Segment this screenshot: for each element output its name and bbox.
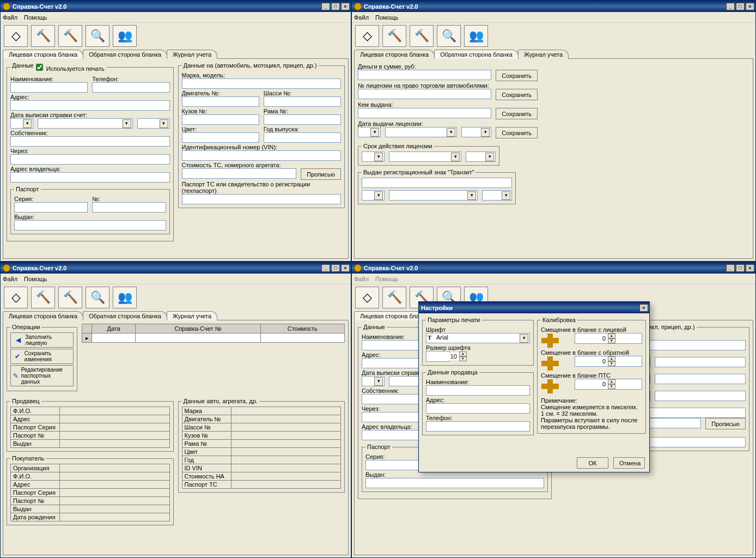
chassis-input[interactable] xyxy=(264,96,341,107)
tab-log[interactable]: Журнал учета xyxy=(167,50,217,59)
tool-users-icon[interactable]: 👥 xyxy=(113,287,137,308)
font-size-spinner[interactable]: ▴▾ xyxy=(426,351,450,362)
tab-back[interactable]: Обратная сторона бланка xyxy=(434,50,519,59)
date-year-combo[interactable] xyxy=(137,118,170,129)
tab-log[interactable]: Журнал учета xyxy=(167,311,217,320)
cost-input[interactable] xyxy=(182,168,297,179)
ldate-day-combo[interactable] xyxy=(358,127,381,137)
close-button[interactable]: × xyxy=(746,3,754,10)
op-edit-button[interactable]: ✎Редактирование паспортных данных xyxy=(10,365,74,386)
frame-license-validity: Срок действия лицензии xyxy=(358,143,499,166)
money-input[interactable] xyxy=(358,70,491,80)
save-ldate-button[interactable]: Сохранить xyxy=(496,127,538,138)
vin-input[interactable] xyxy=(182,150,342,161)
address-input[interactable] xyxy=(10,100,170,111)
tool-print-icon[interactable]: 🔨 xyxy=(382,25,406,47)
minimize-button[interactable]: _ xyxy=(321,3,330,10)
owner-input[interactable] xyxy=(10,136,170,147)
ok-button[interactable]: ОК xyxy=(577,457,608,469)
issued-by-input[interactable] xyxy=(358,108,491,118)
op-fill-button[interactable]: ◀Заполнить лицевую xyxy=(10,332,74,348)
tool-print-icon[interactable]: 🔨 xyxy=(31,25,55,47)
save-money-button[interactable]: Сохранить xyxy=(496,70,538,81)
frame-passport: Паспорт Серия: №: Выдан: xyxy=(10,186,170,234)
menu-help[interactable]: Помощь xyxy=(24,14,47,21)
minimize-button[interactable]: _ xyxy=(726,264,735,272)
cancel-button[interactable]: Отмена xyxy=(613,457,645,469)
val-month-combo[interactable] xyxy=(389,151,461,162)
tab-front[interactable]: Лицевая сторона бланка xyxy=(354,50,435,59)
mark-input[interactable] xyxy=(182,78,342,89)
tool-print2-icon[interactable]: 🔨 xyxy=(410,25,434,47)
tab-log[interactable]: Журнал учета xyxy=(518,50,569,59)
offset-back-spinner[interactable]: ▴▾ xyxy=(575,356,642,367)
engine-input[interactable] xyxy=(182,96,259,107)
tr-year-combo[interactable] xyxy=(482,190,512,201)
ldate-month-combo[interactable] xyxy=(385,127,457,137)
dialog-close-button[interactable]: × xyxy=(639,304,648,312)
tr-day-combo[interactable] xyxy=(362,190,385,201)
val-year-combo[interactable] xyxy=(466,151,496,162)
tool-users-icon[interactable]: 👥 xyxy=(464,25,488,47)
tr-month-combo[interactable] xyxy=(389,190,478,201)
tab-back[interactable]: Обратная сторона бланка xyxy=(83,50,167,59)
frame-input[interactable] xyxy=(264,114,341,125)
pts-input[interactable] xyxy=(182,194,342,204)
tool-new-icon[interactable]: ◇ xyxy=(4,287,28,308)
op-save-button[interactable]: ✔Сохранить изменения xyxy=(10,349,74,364)
passport-issued-input[interactable] xyxy=(14,220,166,231)
owner-address-input[interactable] xyxy=(10,172,170,183)
offset-pts-spinner[interactable]: ▴▾ xyxy=(575,379,642,390)
body-input[interactable] xyxy=(182,114,259,125)
tool-search-icon[interactable]: 🔍 xyxy=(86,25,109,47)
font-combo[interactable]: T Arial xyxy=(426,333,530,343)
through-input[interactable] xyxy=(10,154,170,165)
page-front: Данные Используется печать Наименование:… xyxy=(3,58,349,259)
ldate-year-combo[interactable] xyxy=(461,127,491,137)
toolbar: ◇ 🔨 🔨 🔍 👥 xyxy=(1,23,351,49)
license-no-input[interactable] xyxy=(358,89,491,99)
close-button[interactable]: × xyxy=(746,264,754,272)
close-button[interactable]: × xyxy=(341,3,350,10)
tool-new-icon[interactable]: ◇ xyxy=(4,25,28,47)
tab-front[interactable]: Лицевая сторона бланка xyxy=(3,50,83,59)
phone-input[interactable] xyxy=(92,82,169,93)
maximize-button[interactable]: □ xyxy=(331,3,340,10)
transit-input[interactable] xyxy=(362,178,512,188)
year-input[interactable] xyxy=(264,132,341,143)
minimize-button[interactable]: _ xyxy=(321,264,330,272)
tool-print2-icon[interactable]: 🔨 xyxy=(58,25,82,47)
tool-users-icon[interactable]: 👥 xyxy=(113,25,137,47)
date-month-combo[interactable] xyxy=(38,118,133,129)
passport-no-input[interactable] xyxy=(92,202,166,213)
tab-front[interactable]: Лицевая сторона бланка xyxy=(3,311,83,320)
tab-back[interactable]: Обратная сторона бланка xyxy=(83,311,167,320)
maximize-button[interactable]: □ xyxy=(736,3,745,10)
close-button[interactable]: × xyxy=(341,264,350,272)
menu-file[interactable]: Файл xyxy=(3,14,17,21)
maximize-button[interactable]: □ xyxy=(736,264,745,272)
val-day-combo[interactable] xyxy=(362,151,385,162)
date-day-combo[interactable] xyxy=(10,118,33,129)
settings-addr-input[interactable] xyxy=(426,403,530,414)
maximize-button[interactable]: □ xyxy=(331,264,340,272)
tool-search-icon[interactable]: 🔍 xyxy=(86,287,109,308)
save-license-button[interactable]: Сохранить xyxy=(496,89,538,100)
minimize-button[interactable]: _ xyxy=(726,3,735,10)
tool-new-icon[interactable]: ◇ xyxy=(355,25,379,47)
settings-name-input[interactable] xyxy=(426,385,530,396)
tool-print2-icon[interactable]: 🔨 xyxy=(58,287,82,308)
settings-phone-input[interactable] xyxy=(426,421,530,432)
window-settings: Справка-Счет v2.0_□× ФайлПомощь ◇ 🔨 🔨 🔍 … xyxy=(351,262,756,558)
passport-series-input[interactable] xyxy=(14,202,88,213)
offset-front-spinner[interactable]: ▴▾ xyxy=(575,333,642,344)
tool-search-icon[interactable]: 🔍 xyxy=(437,25,461,47)
by-words-button[interactable]: Прописью xyxy=(301,168,341,180)
tool-new-icon: ◇ xyxy=(355,287,379,308)
name-input[interactable] xyxy=(10,82,88,93)
tool-print-icon[interactable]: 🔨 xyxy=(31,287,55,308)
uses-stamp-checkbox[interactable] xyxy=(36,64,43,71)
save-issued-button[interactable]: Сохранить xyxy=(496,108,538,119)
color-input[interactable] xyxy=(182,132,259,143)
calibration-frame: Калибровка Смещение в бланке с лицевой ▴… xyxy=(537,317,646,434)
